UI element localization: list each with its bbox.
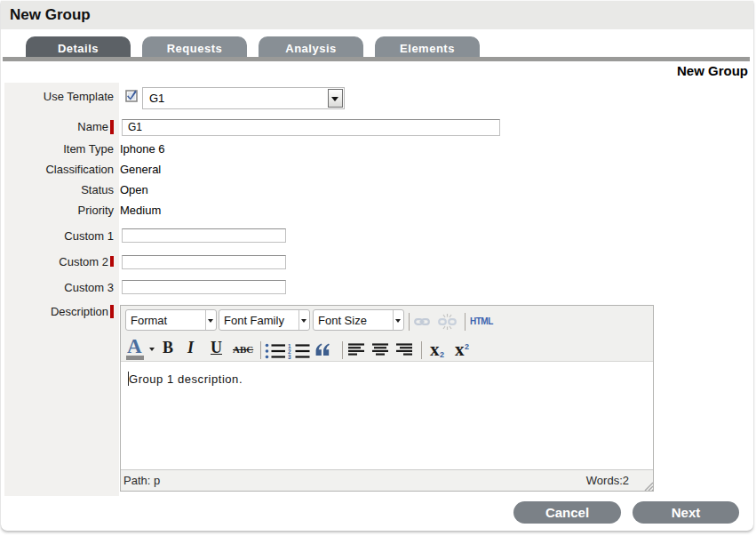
svg-text:3: 3 bbox=[288, 354, 291, 359]
